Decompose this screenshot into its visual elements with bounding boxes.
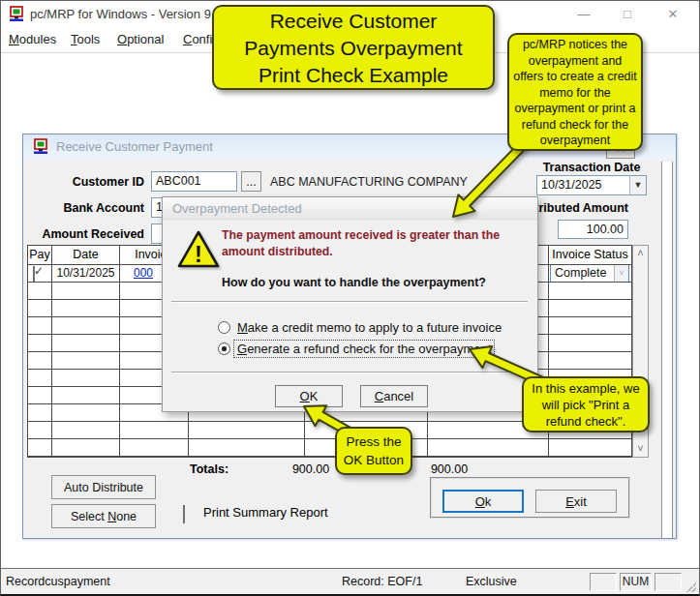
warning-icon: ! (176, 229, 221, 270)
dialog-message: The payment amount received is greater t… (222, 227, 543, 260)
amount-received-label: Amount Received (30, 227, 144, 241)
form-ok-button[interactable]: Ok (442, 490, 524, 513)
dialog-titlebar: Overpayment Detected (163, 197, 537, 220)
empty-table-row (28, 439, 631, 457)
pay-cell: ✓ (28, 265, 52, 283)
print-summary-checkbox[interactable] (183, 505, 185, 523)
invoice-status-combo[interactable]: Complete ˅ (550, 265, 629, 283)
svg-text:!: ! (195, 241, 202, 267)
scroll-up-icon[interactable]: ˄ (633, 246, 648, 261)
customer-browse-button[interactable]: ... (241, 171, 261, 192)
dialog-cancel-button[interactable]: Cancel (360, 385, 428, 407)
total-distributed-value: 900.00 (415, 462, 483, 476)
transaction-date-combo[interactable]: 10/31/2025 ▼ (536, 175, 647, 195)
transaction-date-value: 10/31/2025 (541, 176, 602, 194)
status-table-name: Recordcuspayment (6, 569, 110, 594)
totals-label: Totals: (190, 462, 228, 476)
auto-distribute-button[interactable]: Auto Distribute (51, 475, 156, 499)
status-mode: Exclusive (466, 569, 517, 594)
press-ok-callout: Press the OK Button (335, 427, 412, 475)
credit-memo-radio[interactable] (218, 321, 230, 334)
status-record: Record: EOF/1 (342, 569, 422, 594)
app-window: pc/MRP for Windows - Version 9.70 — □ ✕ … (0, 0, 700, 596)
select-none-button[interactable]: Select None (51, 504, 156, 528)
check-icon: ✓ (34, 265, 44, 278)
header-pay: Pay (28, 246, 52, 265)
maximize-button[interactable]: □ (611, 1, 644, 26)
dropdown-arrow-icon[interactable]: ▼ (629, 176, 646, 194)
dialog-question: How do you want to handle the overpaymen… (222, 276, 541, 289)
customer-id-field[interactable]: ABC001 (151, 171, 237, 192)
menu-modules[interactable]: Modules (9, 27, 56, 52)
refund-check-radio[interactable] (218, 343, 230, 355)
combo-chevron-icon[interactable]: ˅ (614, 265, 628, 282)
minimize-button[interactable]: — (567, 1, 600, 26)
status-num-lock: NUM (620, 573, 652, 591)
header-date: Date (52, 246, 120, 265)
menu-optional[interactable]: Optional (117, 27, 164, 52)
form-exit-button[interactable]: Exit (535, 490, 617, 513)
title-callout: Receive Customer Payments Overpayment Pr… (212, 5, 495, 90)
example-callout: In this example, we will pick "Print a r… (522, 376, 650, 432)
date-cell: 10/31/2025 (52, 265, 120, 283)
resize-grip[interactable] (686, 582, 696, 592)
print-summary-label: Print Summary Report (203, 505, 328, 520)
overpayment-dialog: Overpayment Detected ! The payment amoun… (162, 196, 538, 412)
refund-check-label[interactable]: Generate a refund check for the overpaym… (233, 340, 495, 358)
bank-account-label: Bank Account (42, 201, 144, 215)
dialog-ok-button[interactable]: OK (275, 385, 343, 407)
invoice-status-cell: Complete ˅ (549, 265, 631, 283)
invoice-status-value: Complete (555, 265, 607, 282)
customer-id-label: Customer ID (42, 175, 144, 189)
form-title: Receive Customer Payment (56, 134, 213, 160)
transaction-date-label: Transaction Date (535, 161, 648, 174)
undistributed-amount-field[interactable]: 100.00 (558, 220, 628, 239)
credit-memo-label[interactable]: Make a credit memo to apply to a future … (237, 320, 502, 335)
invoice-link[interactable]: 000 (134, 266, 153, 280)
pay-checkbox[interactable]: ✓ (33, 266, 35, 283)
separator (171, 301, 528, 303)
dialog-title: Overpayment Detected (172, 201, 302, 216)
customer-name: ABC MANUFACTURING COMPANY (270, 175, 468, 189)
status-cell-empty (654, 573, 682, 591)
form-right-edge (661, 162, 673, 538)
menu-tools[interactable]: Tools (71, 27, 100, 52)
notice-callout: pc/MRP notices the overpayment and offer… (507, 33, 643, 151)
header-invoice-status: Invoice Status (549, 246, 631, 265)
status-bar: Recordcuspayment Record: EOF/1 Exclusive… (1, 568, 699, 595)
scroll-down-icon[interactable]: ˅ (633, 441, 648, 457)
status-cell-empty (590, 573, 617, 591)
close-button[interactable]: ✕ (654, 1, 692, 26)
window-title: pc/MRP for Windows - Version 9.70 (30, 1, 228, 27)
app-icon (9, 6, 25, 22)
form-icon (33, 138, 49, 155)
separator (171, 372, 528, 373)
